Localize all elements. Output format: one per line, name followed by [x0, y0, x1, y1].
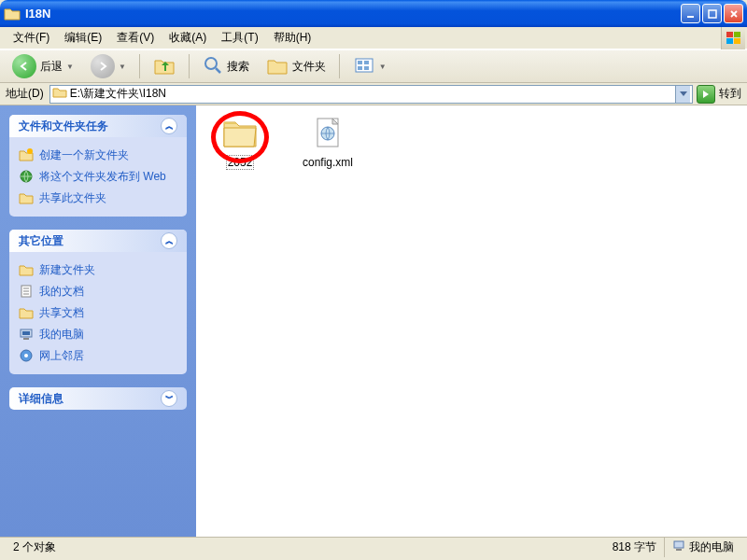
- svg-rect-4: [726, 38, 733, 44]
- minimize-button[interactable]: [681, 4, 700, 23]
- address-folder-icon: [52, 86, 67, 102]
- task-share-folder[interactable]: 共享此文件夹: [19, 188, 177, 209]
- separator: [189, 54, 190, 78]
- forward-icon: [91, 54, 115, 78]
- folder-icon: [19, 262, 34, 277]
- address-dropdown[interactable]: [675, 86, 690, 103]
- maximize-button[interactable]: [702, 4, 722, 23]
- statusbar: 2 个对象 818 字节 我的电脑: [0, 537, 747, 557]
- search-icon: [203, 55, 223, 78]
- tasks-panel-body: 创建一个新文件夹 将这个文件夹发布到 Web 共享此文件夹: [9, 137, 187, 217]
- status-size: 818 字节: [605, 538, 665, 557]
- place-label: 我的文档: [39, 284, 84, 300]
- up-button[interactable]: [147, 52, 182, 81]
- menu-file[interactable]: 文件(F): [6, 28, 57, 48]
- close-button[interactable]: [724, 4, 743, 23]
- place-label: 我的电脑: [39, 327, 84, 343]
- globe-icon: [19, 169, 34, 184]
- folders-button[interactable]: 文件夹: [260, 52, 332, 81]
- chevron-up-icon: ︽: [161, 232, 177, 249]
- place-label: 网上邻居: [39, 348, 84, 364]
- menu-help[interactable]: 帮助(H): [266, 28, 319, 48]
- svg-rect-17: [23, 338, 29, 340]
- chevron-down-icon: ︾: [161, 390, 177, 407]
- chevron-up-icon: ︽: [161, 118, 177, 134]
- folders-label: 文件夹: [292, 59, 326, 75]
- separator: [339, 54, 340, 78]
- windows-logo-icon: [721, 27, 745, 49]
- svg-point-6: [205, 58, 217, 69]
- items-container: 2052 config.xml: [205, 115, 738, 170]
- svg-rect-3: [734, 32, 740, 37]
- titlebar-folder-icon: [4, 7, 21, 21]
- menu-view[interactable]: 查看(V): [109, 28, 162, 48]
- folder-icon: [220, 115, 260, 152]
- chevron-down-icon: ▼: [119, 63, 126, 71]
- places-panel-title: 其它位置: [19, 233, 63, 249]
- search-button[interactable]: 搜索: [196, 52, 256, 81]
- chevron-down-icon: ▼: [379, 63, 387, 71]
- forward-button[interactable]: ▼: [84, 51, 133, 81]
- svg-rect-10: [358, 66, 362, 70]
- details-panel: 详细信息 ︾: [9, 387, 187, 410]
- status-location: 我的电脑: [665, 538, 741, 557]
- svg-rect-16: [22, 331, 30, 335]
- place-my-computer[interactable]: 我的电脑: [19, 324, 177, 345]
- places-panel-body: 新建文件夹 我的文档 共享文档 我的电脑 网上邻居: [9, 252, 187, 374]
- place-my-documents[interactable]: 我的文档: [19, 281, 177, 302]
- svg-rect-22: [674, 541, 684, 548]
- folder-item[interactable]: 2052: [205, 115, 275, 170]
- task-publish-web[interactable]: 将这个文件夹发布到 Web: [19, 166, 177, 188]
- menu-tools[interactable]: 工具(T): [214, 28, 265, 48]
- back-icon: [12, 54, 36, 78]
- place-shared-documents[interactable]: 共享文档: [19, 302, 177, 324]
- place-network[interactable]: 网上邻居: [19, 345, 177, 367]
- tasks-panel: 文件和文件夹任务 ︽ 创建一个新文件夹 将这个文件夹发布到 Web 共享此文件夹: [9, 115, 187, 217]
- toolbar: 后退 ▼ ▼ 搜索 文件夹 ▼: [0, 49, 747, 83]
- svg-rect-9: [364, 61, 369, 64]
- address-label: 地址(D): [6, 86, 46, 102]
- svg-rect-2: [726, 32, 733, 37]
- folders-icon: [266, 55, 289, 78]
- tasks-panel-header[interactable]: 文件和文件夹任务 ︽: [9, 115, 187, 137]
- svg-rect-11: [364, 66, 369, 70]
- menubar: 文件(F) 编辑(E) 查看(V) 收藏(A) 工具(T) 帮助(H): [0, 27, 747, 49]
- xml-file-item[interactable]: config.xml: [293, 115, 362, 170]
- places-panel-header[interactable]: 其它位置 ︽: [9, 230, 187, 252]
- menu-edit[interactable]: 编辑(E): [57, 28, 109, 48]
- svg-rect-0: [687, 16, 694, 18]
- item-label: 2052: [226, 155, 255, 170]
- search-label: 搜索: [227, 59, 249, 75]
- shared-folder-icon: [19, 305, 34, 320]
- details-panel-title: 详细信息: [19, 391, 63, 407]
- address-field[interactable]: [49, 85, 693, 104]
- folder-up-icon: [153, 55, 176, 78]
- new-folder-icon: [19, 147, 34, 162]
- computer-icon: [19, 327, 34, 342]
- item-label: config.xml: [301, 155, 355, 170]
- computer-icon: [672, 539, 685, 555]
- status-location-label: 我的电脑: [689, 539, 734, 555]
- views-button[interactable]: ▼: [346, 52, 393, 81]
- task-new-folder[interactable]: 创建一个新文件夹: [19, 145, 177, 166]
- content-pane[interactable]: 2052 config.xml: [196, 105, 747, 537]
- main-area: 文件和文件夹任务 ︽ 创建一个新文件夹 将这个文件夹发布到 Web 共享此文件夹: [0, 105, 747, 537]
- place-label: 新建文件夹: [39, 262, 95, 278]
- back-label: 后退: [40, 59, 63, 75]
- share-folder-icon: [19, 190, 34, 205]
- back-button[interactable]: 后退 ▼: [6, 51, 80, 81]
- address-input[interactable]: [70, 88, 675, 101]
- svg-rect-5: [734, 38, 740, 44]
- details-panel-header[interactable]: 详细信息 ︾: [9, 387, 187, 410]
- titlebar: I18N: [0, 0, 747, 27]
- place-new-folder[interactable]: 新建文件夹: [19, 259, 177, 281]
- status-objects: 2 个对象: [6, 538, 605, 557]
- views-icon: [353, 55, 375, 78]
- menu-favorites[interactable]: 收藏(A): [162, 28, 214, 48]
- go-button[interactable]: [697, 85, 715, 104]
- go-label: 转到: [719, 86, 741, 102]
- window-controls: [681, 4, 743, 23]
- svg-rect-23: [676, 549, 682, 551]
- address-bar: 地址(D) 转到: [0, 83, 747, 105]
- separator: [139, 54, 140, 78]
